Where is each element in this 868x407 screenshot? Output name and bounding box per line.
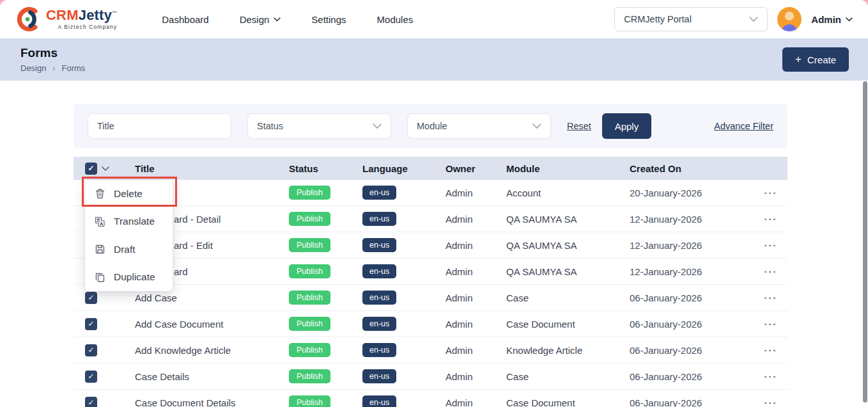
row-status-cell: Publish [289,238,362,252]
row-checkbox[interactable]: ✓ [85,371,97,383]
user-menu[interactable]: Admin [811,14,853,25]
status-badge: Publish [289,238,330,252]
nav-item-label: Dashboard [162,14,208,25]
row-actions-button[interactable]: ··· [754,240,787,251]
table-row[interactable]: ✓ard - DetailPublishen-usAdminQA SAUMYA … [74,206,787,232]
title-filter-input[interactable] [88,113,231,139]
nav-item-modules[interactable]: Modules [377,14,414,25]
row-module: Case Document [506,319,630,330]
user-menu-label: Admin [811,14,841,25]
table-row[interactable]: ✓Add Case DocumentPublishen-usAdminCase … [74,311,787,337]
row-actions-button[interactable]: ··· [754,345,787,356]
column-header-owner: Owner [446,163,506,174]
row-language-cell: en-us [362,369,446,383]
chevron-down-icon [532,124,541,129]
select-dropdown-chevron-icon[interactable] [102,166,109,171]
advance-filter-link[interactable]: Advance Filter [714,121,773,131]
row-actions-button[interactable]: ··· [754,188,787,198]
menu-item-translate[interactable]: Translate [85,208,173,236]
row-check-cell: ✓ [74,292,135,304]
create-button[interactable]: + Create [782,47,849,72]
avatar-body [782,24,797,31]
nav-item-dashboard[interactable]: Dashboard [162,14,208,25]
row-language-cell: en-us [362,264,446,278]
language-badge: en-us [362,212,396,226]
nav-item-label: Design [240,14,270,25]
row-checkbox[interactable]: ✓ [85,318,97,330]
table-row[interactable]: ✓ard - EditPublishen-usAdminQA SAUMYA SA… [74,232,787,259]
row-language-cell: en-us [362,186,446,200]
row-created-on: 06-January-2026 [630,371,754,382]
select-all-checkbox[interactable]: ✓ [85,163,97,175]
copy-icon [95,272,105,283]
row-language-cell: en-us [362,343,446,357]
status-badge: Publish [289,343,330,357]
nav-item-label: Modules [377,14,414,25]
language-badge: en-us [362,238,396,252]
row-actions-button[interactable]: ··· [754,371,787,382]
row-title: Case Document Details [135,397,289,407]
vertical-scrollbar[interactable] [863,81,867,403]
topnav-right: CRMJetty Portal Admin [614,7,853,31]
row-language-cell: en-us [362,238,446,252]
logo-tagline: A Biztech Company [46,24,117,30]
logo-jetty: Jetty [79,7,112,23]
status-badge: Publish [289,291,330,305]
table-row[interactable]: ✓ardPublishen-usAdminQA SAUMYA SA12-Janu… [74,259,787,285]
table-row[interactable]: ✓Add CasePublishen-usAdminCase06-January… [74,285,787,311]
breadcrumb-design[interactable]: Design [20,63,46,73]
apply-button[interactable]: Apply [602,113,651,139]
top-nav: CRMJetty™ A Biztech Company DashboardDes… [0,0,868,38]
row-status-cell: Publish [289,395,362,407]
crmjetty-logo[interactable]: CRMJetty™ A Biztech Company [15,6,117,32]
row-owner: Admin [446,292,506,303]
row-actions-button[interactable]: ··· [754,214,787,225]
row-module: QA SAUMYA SA [506,240,630,251]
row-module: Case [506,292,630,303]
table-row[interactable]: ✓Case DetailsPublishen-usAdminCase06-Jan… [74,363,787,390]
filter-bar: Status Module Reset Apply Advance Filter [74,104,787,148]
portal-selector[interactable]: CRMJetty Portal [614,7,768,31]
table-row[interactable]: ✓Case Document DetailsPublishen-usAdminC… [74,390,787,407]
main-content: Status Module Reset Apply Advance Filter… [74,104,787,407]
crmjetty-logo-icon [15,6,41,32]
column-header-language: Language [362,163,446,174]
row-module: QA SAUMYA SA [506,214,630,225]
nav-item-design[interactable]: Design [240,14,281,25]
row-status-cell: Publish [289,291,362,305]
menu-item-label: Draft [114,244,136,255]
menu-item-delete[interactable]: Delete [85,180,173,208]
row-checkbox[interactable]: ✓ [85,292,97,304]
status-filter-select[interactable]: Status [247,113,391,139]
table-row[interactable]: ✓Add Knowledge ArticlePublishen-usAdminK… [74,337,787,363]
row-actions-button[interactable]: ··· [754,292,787,303]
avatar-head [785,12,794,20]
row-actions-button[interactable]: ··· [754,397,787,407]
row-actions-button[interactable]: ··· [754,319,787,330]
row-check-cell: ✓ [74,344,135,356]
table-row[interactable]: ✓Publishen-usAdminAccount20-January-2026… [74,180,787,206]
status-badge: Publish [289,395,330,407]
row-checkbox[interactable]: ✓ [85,344,97,356]
row-checkbox[interactable]: ✓ [85,397,97,407]
menu-item-duplicate[interactable]: Duplicate [85,264,173,292]
row-status-cell: Publish [289,264,362,278]
row-created-on: 20-January-2026 [630,188,754,198]
main-nav: DashboardDesignSettingsModules [162,14,413,25]
row-actions-button[interactable]: ··· [754,266,787,277]
status-badge: Publish [289,317,330,331]
language-badge: en-us [362,317,396,331]
column-header-module: Module [506,163,630,174]
reset-link[interactable]: Reset [567,121,591,131]
column-header-title: Title [135,163,289,174]
row-owner: Admin [446,319,506,330]
menu-item-draft[interactable]: Draft [85,235,173,264]
nav-item-settings[interactable]: Settings [311,14,346,25]
row-created-on: 12-January-2026 [630,214,754,225]
module-filter-select[interactable]: Module [407,113,551,139]
row-language-cell: en-us [362,212,446,226]
table-header-check-cell: ✓ [74,163,135,175]
avatar[interactable] [777,7,802,31]
breadcrumb-forms: Forms [61,63,85,73]
portal-selector-value: CRMJetty Portal [624,14,692,24]
